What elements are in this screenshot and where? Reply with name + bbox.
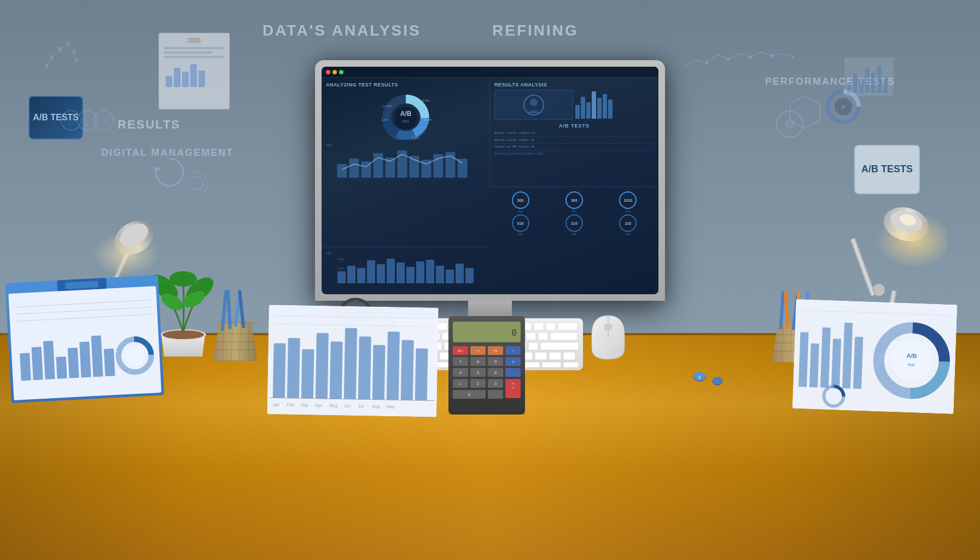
wall-scatter-deco: [38, 33, 82, 79]
screen-left-title: ANALYZING TEST RESULTS: [326, 82, 485, 88]
svg-text:3.4%: 3.4%: [381, 118, 389, 121]
svg-text:-: -: [512, 370, 514, 375]
dots-line-deco: [685, 49, 794, 73]
svg-rect-208: [316, 333, 329, 399]
svg-rect-68: [426, 260, 434, 283]
svg-text:Feb: Feb: [287, 402, 295, 407]
screen-graphic-placeholder: [494, 90, 573, 120]
svg-rect-131: [546, 323, 556, 330]
svg-text:=: =: [512, 385, 515, 390]
svg-rect-269: [809, 343, 819, 387]
svg-rect-162: [549, 352, 561, 360]
ab-badge-right-text: A/B TESTS: [861, 164, 913, 176]
svg-text:0: 0: [468, 392, 471, 397]
svg-rect-170: [604, 324, 612, 330]
svg-text:test: test: [402, 119, 409, 123]
svg-rect-36: [883, 77, 888, 93]
svg-text:7: 7: [459, 359, 462, 364]
coin-1: $: [693, 372, 712, 384]
svg-rect-196: [68, 348, 79, 378]
svg-rect-33: [865, 68, 870, 93]
svg-text:÷: ÷: [512, 348, 515, 353]
svg-text:3.5%: 3.5%: [422, 99, 430, 102]
svg-rect-209: [330, 341, 343, 399]
svg-point-11: [98, 115, 109, 126]
svg-text:8.9%: 8.9%: [425, 118, 433, 121]
svg-rect-31: [853, 74, 858, 93]
wall-clipboard: [159, 33, 230, 109]
svg-rect-35: [877, 66, 882, 93]
svg-text:%: %: [493, 348, 497, 353]
svg-rect-145: [550, 332, 578, 340]
wall-text-results: RESULTS: [118, 118, 180, 132]
svg-point-22: [727, 57, 730, 61]
svg-rect-215: [415, 348, 428, 400]
svg-text:4: 4: [459, 370, 462, 375]
svg-text:5: 5: [477, 370, 480, 375]
svg-text:May: May: [330, 403, 338, 408]
svg-rect-205: [273, 343, 286, 398]
svg-point-58: [530, 98, 538, 106]
svg-rect-212: [372, 345, 386, 400]
svg-rect-143: [526, 332, 536, 340]
svg-point-283: [713, 377, 722, 384]
svg-rect-195: [56, 357, 67, 379]
svg-point-24: [771, 54, 774, 57]
paper-center: Jan Feb Mar Apr May Jun Jul Aug Sep: [267, 305, 439, 419]
svg-rect-211: [358, 336, 371, 399]
svg-text:6: 6: [494, 370, 497, 375]
svg-rect-71: [456, 264, 464, 283]
svg-point-25: [792, 56, 794, 59]
screen-ab-label: A/B TESTS: [494, 123, 654, 129]
screen-donut-chart: A/B test 3.5% 8.9% 5.8% 3.4% 3.14%: [326, 91, 485, 140]
svg-rect-132: [558, 323, 578, 330]
svg-rect-207: [301, 349, 314, 398]
svg-text:A/B: A/B: [400, 110, 411, 118]
svg-text:Jan: Jan: [273, 402, 280, 407]
svg-rect-52: [410, 156, 419, 178]
svg-text:Jun: Jun: [344, 404, 351, 409]
mouse: [589, 313, 627, 364]
svg-rect-63: [377, 264, 385, 283]
svg-rect-157: [540, 342, 579, 350]
spiral-deco: [153, 156, 186, 191]
svg-rect-49: [374, 153, 383, 178]
svg-rect-65: [396, 262, 405, 283]
svg-marker-12: [153, 167, 161, 172]
svg-point-21: [705, 61, 708, 65]
svg-text:Apr: Apr: [316, 403, 323, 408]
svg-rect-60: [347, 266, 355, 283]
svg-rect-193: [32, 347, 43, 380]
svg-point-15: [194, 180, 200, 186]
svg-rect-206: [287, 338, 300, 398]
svg-rect-70: [446, 270, 454, 283]
svg-text:A: A: [842, 104, 845, 109]
screen-bar-chart-top-right: [575, 90, 654, 120]
svg-rect-271: [831, 339, 841, 388]
svg-rect-66: [406, 267, 415, 283]
scene: DATA'S ANALYSIS REFINING RESULTS A/B TES…: [0, 0, 980, 560]
svg-rect-61: [357, 268, 365, 283]
svg-text:Jul: Jul: [358, 404, 364, 409]
svg-rect-122: [438, 323, 447, 330]
svg-text:Sep: Sep: [387, 404, 395, 409]
svg-text:4.0%: 4.0%: [337, 258, 344, 261]
screen-right-title: RESULTS ANALYSIS: [494, 82, 654, 88]
svg-rect-87: [850, 238, 876, 296]
svg-text:A/B: A/B: [906, 352, 917, 359]
screen-metrics-grid: 500 avg 300 min: [494, 191, 654, 236]
svg-text:3.14%: 3.14%: [383, 104, 393, 108]
monitor-frame: ANALYZING TEST RESULTS A/B: [315, 60, 665, 301]
calculator: 0: [448, 316, 525, 417]
wall-text-data-analysis: DATA'S ANALYSIS: [262, 22, 421, 39]
svg-text:test: test: [908, 362, 915, 367]
svg-text:5.8%: 5.8%: [411, 136, 419, 139]
svg-point-23: [749, 56, 752, 59]
svg-rect-161: [535, 352, 547, 360]
svg-rect-167: [542, 362, 561, 368]
svg-rect-30: [847, 82, 851, 93]
svg-rect-227: [453, 322, 521, 342]
svg-rect-34: [871, 73, 876, 93]
svg-rect-46: [337, 164, 347, 178]
svg-rect-213: [387, 331, 400, 400]
